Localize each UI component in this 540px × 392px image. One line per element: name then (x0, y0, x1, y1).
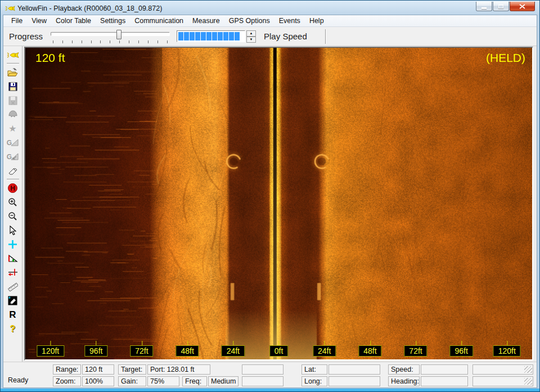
status-ready: Ready (8, 376, 28, 384)
clear-screen-icon (8, 296, 17, 305)
gain-adjust-triangle-icon (11, 153, 19, 160)
scale-label-port-72: 72ft (130, 345, 153, 357)
gain-value: 75% (147, 376, 179, 386)
minimize-button[interactable] (476, 2, 492, 11)
measure-icon (8, 268, 18, 277)
play-speed-label: Play Speed (264, 31, 307, 41)
save-target-button-disabled (6, 93, 20, 107)
status-bar: Ready Range: 120 ft Target: Port: 128.01… (3, 362, 537, 388)
play-speed-meter[interactable] (177, 30, 245, 42)
maximize-button[interactable] (493, 2, 509, 11)
slope-chart-icon (8, 254, 18, 263)
progress-slider[interactable] (51, 30, 170, 43)
scale-label-port-48: 48ft (176, 345, 199, 357)
starfish-icon: ★ (8, 123, 16, 134)
status-field-empty (242, 364, 284, 375)
scale-label-port-96: 96ft (84, 345, 107, 357)
zoom-out-icon (8, 211, 17, 221)
heading-label: Heading: (388, 376, 420, 386)
save-button[interactable] (6, 79, 20, 93)
hold-button[interactable]: H (6, 181, 20, 195)
lat-value (328, 364, 380, 375)
menu-view[interactable]: View (27, 15, 51, 26)
pointer-icon (9, 226, 17, 235)
menu-communication[interactable]: Communication (130, 15, 188, 26)
open-folder-icon (7, 68, 18, 77)
yellowfin-fish-icon (5, 4, 15, 12)
ruler-icon (8, 282, 18, 291)
progress-slider-ticks (53, 40, 168, 43)
speed-up-button[interactable]: ▲ (246, 30, 256, 37)
progress-slider-track[interactable] (51, 32, 170, 36)
eraser-icon (8, 167, 18, 175)
help-tool-button[interactable]: ? (6, 322, 20, 336)
measure-tool-button[interactable] (6, 265, 20, 280)
app-window: YellowFin - Playback (R00060_03_18_09.87… (0, 0, 540, 392)
status-field-empty (242, 376, 284, 386)
sonar-display[interactable]: 120 ft (HELD) 120ft 96ft 72ft 48ft 24ft … (24, 47, 533, 361)
target-value: Port: 128.01 ft (147, 364, 210, 375)
close-button[interactable] (510, 2, 535, 11)
speed-value (421, 364, 468, 375)
scale-label-stbd-48: 48ft (358, 345, 381, 357)
zoom-label: Zoom: (53, 376, 81, 386)
sonar-waterfall-canvas[interactable] (25, 48, 532, 359)
range-value: 120 ft (82, 364, 114, 375)
menu-file[interactable]: File (7, 15, 27, 26)
starfish-tool-button-disabled: ★ (6, 121, 20, 136)
scale-label-port-120: 120ft (37, 345, 64, 357)
held-status-overlay: (HELD) (486, 51, 525, 65)
window-title: YellowFin - Playback (R00060_03_18_09.87… (17, 4, 475, 12)
lat-label: Lat: (302, 364, 327, 375)
menu-events[interactable]: Events (274, 15, 305, 26)
reset-icon: R (9, 309, 16, 321)
target-label: Target: (118, 364, 146, 375)
scale-label-center-0: 0ft (269, 345, 289, 357)
shell-tool-button-disabled (6, 107, 20, 121)
crosshair-tool-button[interactable] (6, 237, 20, 251)
gain-triangle-icon (11, 139, 19, 146)
menu-bar: File View Color Table Settings Communica… (3, 15, 537, 27)
menu-measure[interactable]: Measure (188, 15, 224, 26)
zoom-value: 100% (82, 376, 114, 386)
fish-icon (7, 51, 19, 59)
menu-color-table[interactable]: Color Table (51, 15, 96, 26)
range-overlay: 120 ft (35, 51, 65, 65)
scale-label-stbd-72: 72ft (404, 345, 427, 357)
ruler-tool-button[interactable] (6, 280, 20, 294)
fish-tool-button[interactable] (6, 48, 20, 62)
toolbar-separator (7, 63, 19, 64)
progress-label: Progress (9, 31, 43, 41)
shell-icon (8, 110, 18, 119)
play-toolbar: Progress ▲ ▼ Play Speed (3, 27, 537, 46)
menu-help[interactable]: Help (305, 15, 328, 26)
help-icon: ? (10, 324, 16, 334)
zoom-out-button[interactable] (6, 209, 20, 223)
title-bar: YellowFin - Playback (R00060_03_18_09.87… (3, 2, 537, 15)
speed-down-button[interactable]: ▼ (246, 37, 256, 43)
zoom-in-button[interactable] (6, 195, 20, 209)
minimize-icon (482, 7, 487, 9)
status-field-empty (472, 364, 533, 375)
long-label: Long: (302, 376, 327, 386)
eraser-tool-button[interactable] (6, 164, 20, 178)
resize-grip[interactable] (472, 376, 533, 386)
freq-label: Freq: (182, 376, 207, 386)
pointer-tool-button[interactable] (6, 223, 20, 237)
menu-settings[interactable]: Settings (96, 15, 130, 26)
gain-tool-button-disabled: G (6, 136, 20, 150)
hold-icon: H (8, 183, 17, 193)
menu-gps-options[interactable]: GPS Options (224, 15, 274, 26)
side-toolbar: ★ G G (3, 46, 22, 362)
open-file-button[interactable] (6, 65, 20, 79)
save-disabled-icon (8, 96, 17, 105)
maximize-icon (498, 4, 503, 8)
zoom-in-icon (8, 197, 17, 207)
slope-chart-tool-button[interactable] (6, 251, 20, 265)
progress-slider-thumb[interactable] (116, 30, 122, 39)
clear-screen-tool-button[interactable] (6, 294, 20, 308)
heading-value (421, 376, 468, 386)
crosshair-icon (8, 240, 17, 249)
reset-tool-button[interactable]: R (6, 308, 20, 322)
gain-label: Gain: (118, 376, 146, 386)
